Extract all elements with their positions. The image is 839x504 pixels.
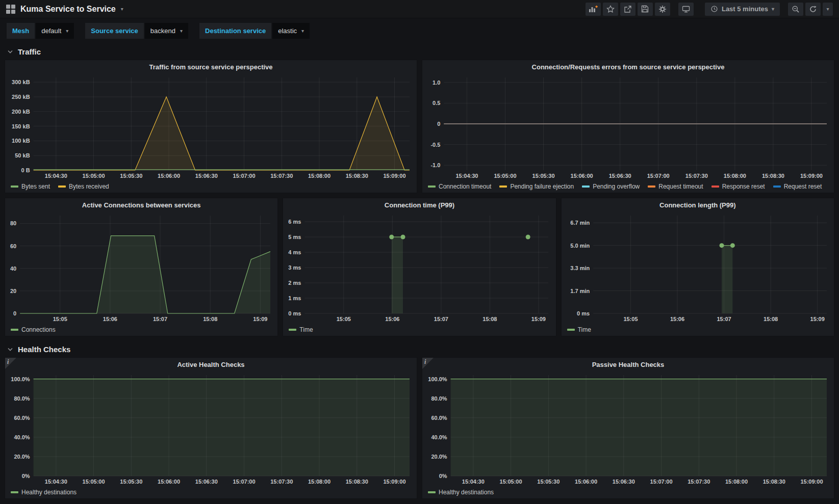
legend-marker-icon: [11, 329, 18, 331]
caret-down-icon: ▾: [826, 7, 829, 12]
svg-text:15:08: 15:08: [203, 316, 217, 322]
active-health-checks-chart[interactable]: 15:04:3015:05:0015:05:3015:06:0015:06:30…: [5, 371, 417, 486]
svg-text:200 kB: 200 kB: [12, 109, 30, 115]
svg-text:15:08:30: 15:08:30: [346, 479, 368, 485]
variable-source-service: Source service backend ▾: [85, 23, 188, 39]
panel-info-corner[interactable]: i: [5, 358, 16, 369]
share-button[interactable]: [620, 3, 635, 16]
svg-text:15:06: 15:06: [670, 316, 684, 322]
legend-item[interactable]: Healthy destinations: [428, 489, 494, 496]
legend-marker-icon: [773, 185, 781, 188]
panel-title[interactable]: Passive Health Checks: [422, 358, 834, 371]
svg-text:15:05:30: 15:05:30: [532, 173, 555, 179]
svg-text:15:07:00: 15:07:00: [233, 173, 256, 179]
svg-text:15:05: 15:05: [337, 316, 351, 322]
svg-text:15:06:00: 15:06:00: [571, 173, 593, 179]
panel-title[interactable]: Traffic from source service perspective: [5, 60, 417, 73]
svg-text:15:04:30: 15:04:30: [45, 479, 67, 485]
star-button[interactable]: [603, 3, 618, 16]
legend-item[interactable]: Bytes received: [58, 183, 109, 190]
svg-text:15:09: 15:09: [810, 316, 824, 322]
panel-title[interactable]: Active Health Checks: [5, 358, 417, 371]
save-button[interactable]: [638, 3, 653, 16]
variable-value-dropdown[interactable]: default ▾: [36, 23, 74, 39]
caret-down-icon: ▾: [301, 29, 304, 34]
tv-mode-button[interactable]: [678, 3, 694, 16]
legend-item[interactable]: Pending overflow: [582, 183, 640, 190]
legend-label: Bytes sent: [21, 183, 50, 190]
legend-item[interactable]: Connection timeout: [428, 183, 491, 190]
panel-title[interactable]: Connection length (P99): [562, 198, 834, 211]
svg-text:40.0%: 40.0%: [14, 434, 30, 440]
zoom-out-button[interactable]: [788, 3, 803, 16]
traffic-legend: Bytes sentBytes received: [5, 180, 417, 193]
svg-text:0 ms: 0 ms: [577, 310, 590, 316]
panel-title[interactable]: Connection time (P99): [283, 198, 555, 211]
chart-canvas: 15:04:3015:05:0015:05:3015:06:0015:06:30…: [422, 371, 834, 486]
svg-text:0%: 0%: [22, 473, 30, 479]
panel-title[interactable]: Connection/Requests errors from source s…: [422, 60, 834, 73]
legend-item[interactable]: Request reset: [773, 183, 822, 190]
caret-down-icon: ▾: [180, 29, 183, 34]
clock-icon: [710, 5, 718, 13]
add-panel-button[interactable]: [586, 3, 601, 16]
legend-item[interactable]: Time: [567, 326, 591, 333]
svg-text:0.5: 0.5: [433, 100, 440, 106]
svg-text:15:05:30: 15:05:30: [120, 479, 142, 485]
time-range-picker[interactable]: Last 5 minutes ▾: [705, 3, 780, 16]
grafana-menu-icon[interactable]: [6, 5, 15, 14]
svg-text:15:07:30: 15:07:30: [688, 479, 710, 485]
legend-item[interactable]: Pending failure ejection: [499, 183, 574, 190]
dashboard-title[interactable]: Kuma Service to Service: [20, 5, 116, 14]
svg-text:15:08: 15:08: [483, 316, 497, 322]
passive-health-checks-chart[interactable]: 15:04:3015:05:0015:05:3015:06:0015:06:30…: [422, 371, 834, 486]
legend-marker-icon: [428, 491, 436, 493]
legend-label: Time: [578, 326, 591, 333]
panel-info-corner[interactable]: i: [422, 358, 434, 369]
legend-item[interactable]: Healthy destinations: [11, 489, 77, 496]
bar-chart-add-icon: [589, 5, 598, 13]
errors-chart[interactable]: 15:04:3015:05:0015:05:3015:06:0015:06:30…: [422, 73, 834, 180]
chart-canvas: 15:04:3015:05:0015:05:3015:06:0015:06:30…: [5, 371, 417, 486]
navbar-left: Kuma Service to Service ▾: [6, 5, 123, 14]
variable-value-dropdown[interactable]: backend ▾: [145, 23, 188, 39]
dashboard-title-caret-icon[interactable]: ▾: [121, 7, 123, 12]
dashboard: Traffic Traffic from source service pers…: [0, 43, 839, 499]
template-variables: Mesh default ▾ Source service backend ▾ …: [0, 18, 839, 43]
passive-health-checks-legend: Healthy destinations: [422, 486, 834, 498]
variable-value-dropdown[interactable]: elastic ▾: [272, 23, 310, 39]
legend-label: Healthy destinations: [21, 489, 77, 496]
legend-item[interactable]: Connections: [11, 326, 56, 333]
legend-label: Bytes received: [69, 183, 109, 190]
refresh-icon: [809, 5, 817, 13]
connection-length-chart[interactable]: 15:0515:0615:0715:0815:090 ms1.7 min3.3 …: [562, 211, 834, 324]
chart-canvas: 15:0515:0615:0715:0815:090 ms1 ms2 ms3 m…: [283, 211, 555, 324]
svg-text:40.0%: 40.0%: [431, 434, 447, 440]
chart-canvas: 15:04:3015:05:0015:05:3015:06:0015:06:30…: [5, 73, 417, 180]
legend-item[interactable]: Bytes sent: [11, 183, 50, 190]
svg-text:15:04:30: 15:04:30: [462, 479, 485, 485]
refresh-interval-dropdown[interactable]: ▾: [823, 3, 833, 16]
gear-icon: [658, 5, 667, 13]
legend-item[interactable]: Time: [289, 326, 313, 333]
legend-item[interactable]: Response reset: [711, 183, 765, 190]
zoom-out-icon: [792, 5, 800, 13]
connection-time-legend: Time: [283, 324, 555, 336]
connection-time-chart[interactable]: 15:0515:0615:0715:0815:090 ms1 ms2 ms3 m…: [283, 211, 555, 324]
navbar-right: Last 5 minutes ▾ ▾: [586, 3, 833, 16]
row-header-health-checks[interactable]: Health Checks: [5, 341, 834, 357]
panel-title[interactable]: Active Connections between services: [5, 198, 277, 211]
connections-chart[interactable]: 15:0515:0615:0715:0815:09020406080: [5, 211, 277, 324]
variable-value: backend: [150, 27, 175, 35]
svg-text:300 kB: 300 kB: [12, 79, 30, 85]
traffic-chart[interactable]: 15:04:3015:05:0015:05:3015:06:0015:06:30…: [5, 73, 417, 180]
svg-text:15:05:30: 15:05:30: [120, 173, 142, 179]
legend-label: Request reset: [784, 183, 822, 190]
svg-text:15:07:30: 15:07:30: [270, 173, 293, 179]
refresh-button[interactable]: [805, 3, 821, 16]
legend-marker-icon: [58, 185, 66, 188]
legend-item[interactable]: Request timeout: [648, 183, 703, 190]
row-header-traffic[interactable]: Traffic: [5, 43, 834, 60]
svg-text:15:05:30: 15:05:30: [537, 479, 560, 485]
settings-button[interactable]: [655, 3, 670, 16]
